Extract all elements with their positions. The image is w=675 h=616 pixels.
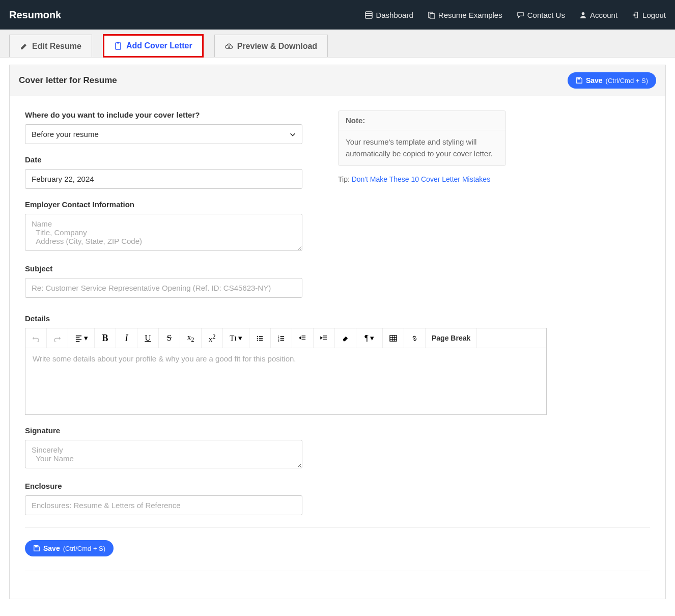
nav-examples-label: Resume Examples xyxy=(438,11,502,19)
undo-button[interactable] xyxy=(25,328,47,348)
numbered-list-button[interactable]: 123 xyxy=(271,328,292,348)
clear-format-button[interactable] xyxy=(335,328,356,348)
subject-label: Subject xyxy=(25,264,302,273)
nav-dashboard[interactable]: Dashboard xyxy=(365,11,413,19)
editor-toolbar: ▾ B I U S x2 x2 TI▾ 123 ¶▾ Page Br xyxy=(25,328,546,348)
tab-edit-resume[interactable]: Edit Resume xyxy=(9,35,92,57)
indent-icon xyxy=(320,334,328,342)
tip-link[interactable]: Don't Make These 10 Cover Letter Mistake… xyxy=(352,175,490,183)
details-editor[interactable]: Write some details about your profile & … xyxy=(25,348,546,414)
align-button[interactable]: ▾ xyxy=(68,328,95,348)
save-button-top[interactable]: Save (Ctrl/Cmd + S) xyxy=(568,72,656,89)
tab-cover-label: Add Cover Letter xyxy=(126,41,192,50)
eraser-icon xyxy=(342,334,349,342)
indent-button[interactable] xyxy=(314,328,335,348)
edit-icon xyxy=(20,42,28,50)
svg-rect-15 xyxy=(390,335,397,341)
rich-text-editor: ▾ B I U S x2 x2 TI▾ 123 ¶▾ Page Br xyxy=(25,328,547,415)
svg-rect-4 xyxy=(430,13,434,18)
date-label: Date xyxy=(25,155,302,164)
paragraph-button[interactable]: ¶▾ xyxy=(356,328,383,348)
svg-point-5 xyxy=(582,12,585,15)
details-label: Details xyxy=(25,314,547,323)
svg-rect-0 xyxy=(365,11,372,18)
employer-label: Employer Contact Information xyxy=(25,200,302,209)
save-icon xyxy=(576,77,583,84)
divider xyxy=(25,527,650,528)
divider xyxy=(25,571,650,571)
align-left-icon xyxy=(75,334,82,342)
link-icon xyxy=(411,334,418,342)
strikethrough-button[interactable]: S xyxy=(159,328,180,348)
save-button-label: Save xyxy=(586,76,603,85)
svg-point-11 xyxy=(257,340,258,341)
superscript-button[interactable]: x2 xyxy=(202,328,223,348)
position-label: Where do you want to include your cover … xyxy=(25,110,302,119)
undo-icon xyxy=(32,334,40,342)
signature-label: Signature xyxy=(25,426,302,435)
save-shortcut: (Ctrl/Cmd + S) xyxy=(606,77,648,85)
underline-button[interactable]: U xyxy=(137,328,159,348)
bullet-list-button[interactable] xyxy=(249,328,271,348)
bullet-list-icon xyxy=(256,334,264,342)
note-body: Your resume's template and styling will … xyxy=(339,130,505,165)
nav-contact-label: Contact Us xyxy=(527,11,565,19)
nav-account-label: Account xyxy=(590,11,617,19)
save-button-label: Save xyxy=(43,544,60,552)
link-button[interactable] xyxy=(404,328,426,348)
outdent-icon xyxy=(299,334,306,342)
cloud-download-icon xyxy=(225,42,233,50)
tip-line: Tip: Don't Make These 10 Cover Letter Mi… xyxy=(338,175,506,183)
italic-button[interactable]: I xyxy=(116,328,137,348)
nav-examples[interactable]: Resume Examples xyxy=(428,11,502,19)
note-title: Note: xyxy=(339,111,505,130)
svg-rect-6 xyxy=(116,43,121,49)
save-shortcut: (Ctrl/Cmd + S) xyxy=(63,545,105,552)
table-icon xyxy=(389,334,397,342)
top-nav: Dashboard Resume Examples Contact Us Acc… xyxy=(365,11,666,19)
brand-logo[interactable]: Resumonk xyxy=(9,9,61,21)
enclosure-input[interactable] xyxy=(25,495,302,515)
logout-icon xyxy=(632,11,639,19)
svg-rect-16 xyxy=(35,546,38,548)
chat-icon xyxy=(517,11,524,19)
redo-button[interactable] xyxy=(47,328,68,348)
font-size-button[interactable]: TI▾ xyxy=(223,328,249,348)
tab-preview-label: Preview & Download xyxy=(237,42,317,51)
save-button-bottom[interactable]: Save (Ctrl/Cmd + S) xyxy=(25,540,114,556)
page-break-button[interactable]: Page Break xyxy=(426,328,477,348)
svg-point-10 xyxy=(257,338,258,339)
date-input[interactable] xyxy=(25,169,302,189)
tab-add-cover-letter[interactable]: Add Cover Letter xyxy=(103,35,203,57)
nav-contact[interactable]: Contact Us xyxy=(517,11,565,19)
nav-account[interactable]: Account xyxy=(579,11,617,19)
dashboard-icon xyxy=(365,11,373,19)
svg-rect-8 xyxy=(577,78,580,80)
table-button[interactable] xyxy=(383,328,404,348)
page-container: Cover letter for Resume Save (Ctrl/Cmd +… xyxy=(9,65,666,599)
svg-rect-7 xyxy=(117,42,119,44)
svg-text:3: 3 xyxy=(278,340,279,342)
svg-point-9 xyxy=(257,335,258,337)
save-icon xyxy=(33,545,40,552)
numbered-list-icon: 123 xyxy=(277,334,285,342)
subject-input[interactable] xyxy=(25,278,302,298)
tab-preview-download[interactable]: Preview & Download xyxy=(214,35,328,57)
nav-logout-label: Logout xyxy=(642,11,666,19)
employer-textarea[interactable] xyxy=(25,214,302,251)
tabs-row: Edit Resume Add Cover Letter Preview & D… xyxy=(0,30,675,58)
page-title: Cover letter for Resume xyxy=(19,75,117,86)
signature-textarea[interactable] xyxy=(25,440,302,468)
nav-logout[interactable]: Logout xyxy=(632,11,666,19)
outdent-button[interactable] xyxy=(292,328,314,348)
user-icon xyxy=(579,11,587,19)
note-box: Note: Your resume's template and styling… xyxy=(338,110,506,166)
enclosure-label: Enclosure xyxy=(25,482,302,490)
subscript-button[interactable]: x2 xyxy=(180,328,202,348)
bold-button[interactable]: B xyxy=(95,328,116,348)
paste-icon xyxy=(114,42,122,50)
position-select[interactable]: Before your resume xyxy=(25,124,302,144)
nav-dashboard-label: Dashboard xyxy=(376,11,413,19)
redo-icon xyxy=(53,334,61,342)
tab-edit-label: Edit Resume xyxy=(32,42,81,51)
